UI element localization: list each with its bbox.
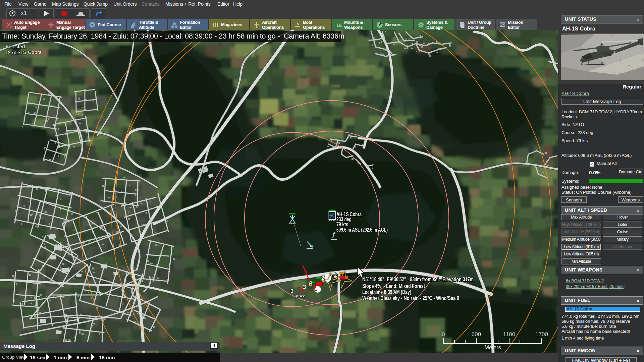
svg-text:609.6 m ASL (292.6 m AGL): 609.6 m ASL (292.6 m AGL) [336,227,388,233]
svg-text:3: 3 [290,288,293,294]
svg-text:4: 4 [309,280,312,286]
svg-text:2: 2 [334,272,337,278]
svg-text:1700: 1700 [535,331,548,338]
svg-text:N51°18'40", E9°36'52" - 934m f: N51°18'40", E9°36'52" - 934m from sel - … [362,276,474,283]
svg-text:3: 3 [303,284,306,290]
svg-text:600: 600 [472,331,481,338]
svg-text:Weather Clear sky - No rain -: Weather Clear sky - No rain - 25°C - Win… [362,295,459,301]
svg-text:Slope 4% - Land: Mixed Forest: Slope 4% - Land: Mixed Forest [362,283,425,289]
svg-text:Local time 8:39 AM (Day): Local time 8:39 AM (Day) [362,289,411,295]
svg-text:1100: 1100 [503,331,516,338]
svg-text:2: 2 [321,275,324,281]
svg-text:Meters: Meters [485,345,501,350]
svg-text:0: 0 [442,331,445,338]
svg-text:8 sec: 8 sec [296,294,305,298]
